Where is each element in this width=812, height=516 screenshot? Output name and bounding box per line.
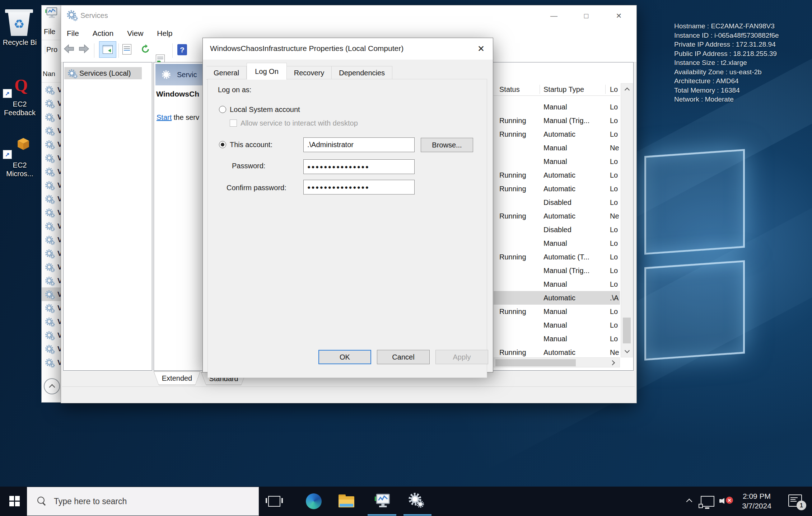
background-service-row[interactable]: V [42, 274, 61, 287]
back-icon[interactable] [63, 44, 75, 53]
cancel-button[interactable]: Cancel [377, 350, 430, 364]
forward-icon[interactable] [78, 44, 90, 53]
service-row[interactable]: Running Automatic (T... Lo [494, 250, 620, 264]
background-column-header-name[interactable]: Nan [43, 70, 55, 78]
volume-muted-tray-icon[interactable]: ✕ [719, 496, 732, 506]
background-service-row[interactable]: V [42, 192, 61, 206]
scroll-up-circle-button[interactable] [44, 378, 60, 394]
search-input[interactable] [53, 496, 227, 507]
service-row[interactable]: Running Automatic Ne [494, 346, 620, 357]
service-row[interactable]: Manual (Trig... Lo [494, 264, 620, 277]
background-toolbar-partial[interactable]: Pro [45, 46, 57, 54]
scroll-up-arrow[interactable] [621, 84, 633, 95]
maximize-button[interactable]: □ [575, 5, 598, 26]
service-row[interactable]: Automatic .\A [494, 291, 620, 305]
scroll-down-arrow[interactable] [621, 346, 633, 357]
service-row[interactable]: Disabled Lo [494, 196, 620, 209]
background-service-row[interactable]: V [42, 206, 61, 219]
background-service-row[interactable]: V [42, 165, 61, 178]
column-header-startup-type[interactable]: Startup Type [540, 83, 605, 95]
file-explorer-button[interactable] [339, 494, 354, 507]
menu-item[interactable]: File [67, 29, 79, 38]
dialog-tab[interactable]: Recovery [287, 66, 332, 80]
background-service-row[interactable]: V [42, 328, 61, 342]
password-input[interactable] [303, 159, 415, 174]
background-window[interactable]: File Pro Nan V V [41, 5, 61, 403]
vertical-scrollbar-thumb[interactable] [623, 318, 631, 343]
allow-desktop-checkbox[interactable] [230, 119, 237, 127]
service-row[interactable]: Manual Lo [494, 332, 620, 346]
background-menu-file[interactable]: File [44, 28, 55, 36]
dialog-tab[interactable]: General [206, 66, 247, 80]
view-tab-extended[interactable]: Extended [154, 371, 200, 385]
dialog-tab[interactable]: Dependencies [332, 66, 392, 80]
dialog-titlebar[interactable]: WindowsChaosInfrastructure Properties (L… [203, 38, 493, 60]
service-row[interactable]: Manual Ne [494, 141, 620, 155]
this-account-radio[interactable] [219, 141, 226, 148]
ok-button[interactable]: OK [318, 350, 371, 364]
action-center-button[interactable]: 1 [788, 494, 802, 507]
background-service-row[interactable]: V [42, 83, 61, 97]
service-row[interactable]: Running Manual (Trig... Lo [494, 114, 620, 127]
dialog-tab[interactable]: Log On [247, 63, 287, 80]
start-button[interactable] [9, 496, 20, 507]
perfmon-taskbar-button[interactable] [374, 493, 391, 510]
service-row[interactable]: Disabled Lo [494, 223, 620, 236]
this-account-label[interactable]: This account: [230, 141, 272, 149]
taskbar-search[interactable] [27, 487, 259, 516]
background-service-row[interactable]: V [42, 137, 61, 151]
tray-expand-button[interactable] [687, 499, 691, 505]
background-service-row[interactable]: V [42, 110, 61, 124]
apply-button[interactable]: Apply [435, 350, 488, 364]
service-row[interactable]: Running Automatic Lo [494, 127, 620, 141]
scroll-right-arrow[interactable] [608, 358, 618, 368]
background-service-row[interactable]: V [42, 247, 61, 260]
service-row[interactable]: Running Manual Lo [494, 305, 620, 318]
horizontal-scrollbar[interactable] [494, 357, 620, 367]
show-console-tree-button[interactable] [99, 41, 116, 58]
browse-button[interactable]: Browse... [421, 138, 473, 152]
local-system-label[interactable]: Local System account [230, 105, 300, 114]
minimize-button[interactable]: — [542, 5, 565, 26]
column-header-status[interactable]: Status [494, 83, 540, 95]
horizontal-scrollbar-thumb[interactable] [495, 359, 576, 366]
service-row[interactable]: Manual Lo [494, 318, 620, 332]
desktop-icon-ec2-micro[interactable]: EC2 Micros... [0, 136, 39, 201]
local-system-radio[interactable] [219, 106, 226, 113]
service-row[interactable]: Running Automatic Lo [494, 168, 620, 182]
dialog-close-button[interactable]: ✕ [473, 41, 489, 57]
desktop-icon-recycle-bin[interactable]: ♻ Recycle Bi [0, 4, 39, 50]
service-row[interactable]: Manual Lo [494, 236, 620, 250]
help-icon[interactable]: ? [177, 44, 187, 55]
background-service-row[interactable]: V [42, 260, 61, 274]
taskbar-clock[interactable]: 2:09 PM 3/7/2024 [735, 491, 778, 511]
service-row[interactable]: Manual Lo [494, 277, 620, 291]
column-header-logon-as[interactable]: Lo [605, 83, 620, 95]
desktop-icon-ec2-feedback[interactable]: Q EC2 Feedback [0, 75, 39, 140]
tree-item-services-local[interactable]: Services (Local) [64, 67, 142, 79]
account-input[interactable] [303, 137, 415, 152]
close-button[interactable]: ✕ [607, 5, 630, 26]
services-taskbar-button[interactable] [407, 492, 423, 507]
network-tray-icon[interactable] [701, 496, 714, 507]
service-row[interactable]: Running Automatic Lo [494, 182, 620, 196]
background-service-row[interactable]: V [42, 97, 61, 110]
confirm-password-input[interactable] [303, 180, 415, 194]
background-service-row[interactable]: V [42, 342, 61, 356]
menu-item[interactable]: Action [93, 29, 113, 38]
background-service-row[interactable]: V [42, 233, 61, 247]
menu-item[interactable]: View [127, 29, 143, 38]
background-service-row[interactable]: V [42, 301, 61, 315]
background-service-row[interactable]: V [42, 356, 61, 369]
task-view-button[interactable] [268, 496, 280, 507]
properties-icon[interactable] [122, 44, 131, 55]
background-service-row[interactable]: V [42, 219, 61, 233]
edge-browser-button[interactable] [306, 493, 322, 509]
service-row[interactable]: Running Automatic Ne [494, 209, 620, 223]
background-service-row[interactable]: V [42, 315, 61, 328]
start-service-link[interactable]: Start [157, 113, 172, 121]
vertical-scrollbar[interactable] [621, 83, 633, 357]
refresh-icon[interactable] [140, 44, 150, 54]
background-service-row[interactable]: V [42, 178, 61, 192]
service-row[interactable]: Manual Lo [494, 100, 620, 114]
